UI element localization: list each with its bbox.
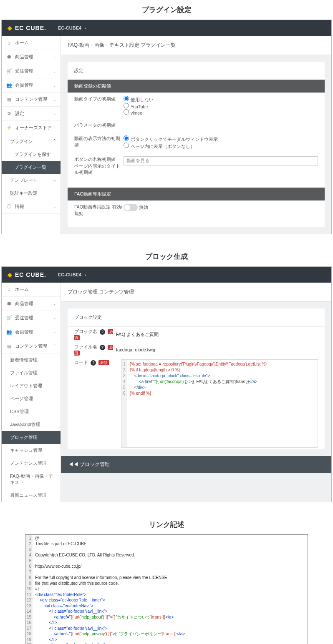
doc-icon: ▤ [6,343,12,349]
panel-plugin: ◆EC CUBE. EC-CUBE4› ⌂ホーム ⬢商品管理⌄ 🛒受注管理⌄ 👥… [1,20,332,234]
sidebar-sub-cache[interactable]: キャッシュ管理 [2,444,61,457]
panel-block: ◆EC CUBE. EC-CUBE4› ⌂ホーム ⬢商品管理⌄ 🛒受注管理⌄ 👥… [1,266,332,502]
sidebar-item-member[interactable]: 👥会員管理⌄ [2,78,61,93]
field-label-onoff: FAQ動画専用設定 有効/無効 [74,204,124,217]
radio-youtube[interactable]: YouTube [124,103,318,109]
section-title-block: ブロック生成 [0,247,333,266]
section-title-link: リンク記述 [0,515,333,534]
chevron-down-icon: ⌄ [53,330,56,334]
radio-inline[interactable]: ページ内に表示（ボタンなし） [124,143,318,150]
chevron-down-icon: ⌄ [53,112,56,116]
sidebar-item-member[interactable]: 👥会員管理⌄ [2,325,61,339]
link-code-block: 1234567891011121314151617181920212223242… [25,534,308,644]
breadcrumb: FAQ-動画・画像・テキスト設定 プラグイン一覧 [61,36,331,55]
breadcrumb-root[interactable]: EC-CUBE4› [58,272,86,277]
filename-value: facdoqa_olodc.twig [116,347,318,352]
field-label-blockname: ブロック名 ? 必須 [74,328,116,341]
footer-nav-block[interactable]: ◀◀ ブロック管理 [61,456,331,473]
sidebar-sub-template[interactable]: テンプレート⌄ [2,174,61,187]
sidebar-sub-js[interactable]: JavaScript管理 [2,418,61,431]
input-button-name[interactable] [124,156,318,165]
doc-icon: ▤ [6,97,12,102]
block-settings-header: ブロック設定 [68,308,325,327]
sidebar-item-home[interactable]: ⌂ホーム [2,283,61,297]
radio-modal[interactable]: ボタンクリックでモーダルウィンドウ表示 [124,135,318,143]
sidebar-item-content[interactable]: ▤コンテンツ管理⌄ [2,93,61,107]
breadcrumb-root[interactable]: EC-CUBE4› [58,25,86,30]
sidebar-item-setting[interactable]: ⚙設定⌄ [2,107,61,121]
chevron-up-icon: ⌃ [53,126,56,130]
field-label-code: コード ? 必須 [74,359,116,366]
breadcrumb: ブロック管理 コンテンツ管理 [61,283,331,302]
chevron-up-icon: ⌃ [53,138,56,144]
chevron-down-icon: ⌄ [53,83,56,88]
sidebar-item-product[interactable]: ⬢商品管理⌄ [2,50,61,64]
chevron-down-icon: ⌄ [53,98,56,102]
blockname-value: FAQ よくあるご質問 [116,331,318,338]
users-icon: 👥 [6,329,12,335]
sidebar-sub-file[interactable]: ファイル管理 [2,366,61,379]
field-label-filename: ファイル名 ? 必須 [74,344,116,356]
help-icon[interactable]: ? [100,345,105,350]
sidebar-item-home[interactable]: ⌂ホーム [2,36,61,50]
main-area: FAQ-動画・画像・テキスト設定 プラグイン一覧 設定 動画登録の初期値 動画タ… [61,36,331,234]
section-header-faq-video: FAQ動画専用設定 [68,188,325,200]
sidebar-sub-news[interactable]: 新着情報管理 [2,353,61,366]
section-title-plugin: プラグイン設定 [0,0,333,20]
toggle-enable[interactable] [124,204,138,211]
sidebar-sub-update[interactable]: 最新ニュース管理 [2,489,61,502]
users-icon: 👥 [6,83,12,88]
chevron-right-icon: › [85,273,86,277]
field-label-btnname: ボタンの名称初期値 ページ内表示のタイトル初期値 [74,156,124,176]
topbar: ◆EC CUBE. EC-CUBE4› [2,20,331,36]
chevron-right-icon: › [85,26,86,30]
cart-icon: 🛒 [6,315,12,321]
sidebar-item-order[interactable]: 🛒受注管理⌄ [2,311,61,325]
chevron-down-icon: ⌄ [53,316,56,320]
sidebar-sub-auth[interactable]: 認証キー設定 [2,187,61,200]
topbar: ◆EC CUBE. EC-CUBE4› [2,267,331,283]
main-area: ブロック管理 コンテンツ管理 ブロック設定 ブロック名 ? 必須 FAQ よくあ… [61,283,331,502]
home-icon: ⌂ [6,287,12,292]
chevron-up-icon: ⌃ [53,344,56,348]
help-icon[interactable]: ? [100,329,105,335]
sidebar-sub-maint[interactable]: メンテナンス管理 [2,457,61,470]
chevron-down-icon: ⌄ [53,205,56,209]
plug-icon: ⚡ [6,125,12,130]
help-icon[interactable]: ? [91,360,96,366]
sidebar-sub-faq[interactable]: FAQ-動画・画像・テキスト [2,470,61,489]
chevron-down-icon: ⌄ [53,69,56,73]
sidebar-item-info[interactable]: ⓘ情報⌄ [2,200,61,214]
sidebar-sub-plugin-list[interactable]: プラグイン一覧 [2,161,61,174]
sidebar-sub-page[interactable]: ページ管理 [2,392,61,405]
radio-vimeo[interactable]: vimeo [124,109,318,115]
code-editor[interactable]: 123456 {% set faqdoqa = repository('Plug… [121,359,318,448]
sidebar-sub-layout[interactable]: レイアウト管理 [2,379,61,392]
sidebar-sub-block[interactable]: ブロック管理 [2,431,61,444]
section-header-video-default: 動画登録の初期値 [68,80,325,93]
field-label-param: パラメータの初期値 [74,122,124,129]
sidebar-sub-plugin-search[interactable]: プラグインを探す [2,148,61,161]
chevron-down-icon: ⌄ [53,177,56,183]
cube-icon: ⬢ [6,54,12,60]
cube-icon: ◆ [8,271,13,278]
sidebar-sub-css[interactable]: CSS管理 [2,405,61,418]
gear-icon: ⚙ [6,111,12,116]
chevron-down-icon: ⌄ [53,301,56,306]
sidebar-item-order[interactable]: 🛒受注管理⌄ [2,64,61,78]
sidebar-item-store[interactable]: ⚡オーナーズストア⌃ [2,121,61,135]
logo[interactable]: ◆EC CUBE. [8,25,46,31]
cube-icon: ⬢ [6,301,12,306]
sidebar-sub-plugin[interactable]: プラグイン⌃ [2,135,61,148]
sidebar: ⌂ホーム ⬢商品管理⌄ 🛒受注管理⌄ 👥会員管理⌄ ▤コンテンツ管理⌄ ⚙設定⌄… [2,36,61,234]
required-badge: 必須 [98,360,109,365]
sidebar-item-content[interactable]: ▤コンテンツ管理⌃ [2,339,61,353]
cart-icon: 🛒 [6,68,12,74]
cube-icon: ◆ [8,25,13,31]
logo[interactable]: ◆EC CUBE. [8,271,46,278]
sidebar-item-product[interactable]: ⬢商品管理⌄ [2,297,61,311]
radio-none[interactable]: 使用しない [124,96,318,103]
field-label-display: 動画の表示方法の初期値 [74,135,124,149]
info-icon: ⓘ [6,203,12,210]
field-label-video-type: 動画タイプの初期値 [74,96,124,103]
